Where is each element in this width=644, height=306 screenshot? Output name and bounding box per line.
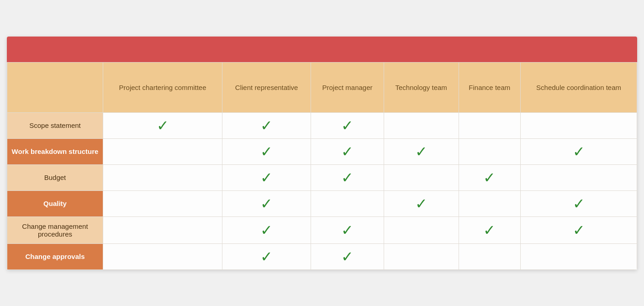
- matrix-cell: [103, 164, 222, 190]
- table-row: Change approvals✓✓: [7, 243, 637, 269]
- matrix-cell: [103, 243, 222, 269]
- checkmark-icon: ✓: [573, 195, 585, 212]
- matrix-cell: ✓: [103, 112, 222, 138]
- checkmark-icon: ✓: [260, 117, 273, 134]
- checkmark-icon: ✓: [573, 222, 585, 238]
- matrix-cell: [103, 190, 222, 216]
- matrix-cell: ✓: [384, 190, 459, 216]
- header-empty-col: [7, 62, 103, 112]
- table-row: Work breakdown structure✓✓✓✓: [7, 138, 637, 164]
- checkmark-icon: ✓: [415, 143, 428, 160]
- checkmark-icon: ✓: [341, 143, 354, 160]
- matrix-cell: [384, 216, 459, 243]
- matrix-cell: [521, 243, 637, 269]
- table-row: Change management procedures✓✓✓✓: [7, 216, 637, 243]
- matrix-cell: ✓: [521, 138, 637, 164]
- matrix-cell: [459, 190, 520, 216]
- matrix-cell: ✓: [222, 243, 311, 269]
- row-label: Change management procedures: [7, 216, 103, 243]
- header-row: Project chartering committee Client repr…: [7, 62, 637, 112]
- checkmark-icon: ✓: [415, 195, 428, 212]
- checkmark-icon: ✓: [341, 248, 354, 265]
- row-label: Work breakdown structure: [7, 138, 103, 164]
- matrix-cell: [103, 216, 222, 243]
- matrix-cell: ✓: [459, 216, 520, 243]
- row-label: Change approvals: [7, 243, 103, 269]
- matrix-cell: ✓: [222, 112, 311, 138]
- matrix-cell: ✓: [311, 216, 384, 243]
- matrix-title: [7, 37, 637, 62]
- checkmark-icon: ✓: [341, 117, 354, 134]
- checkmark-icon: ✓: [157, 117, 169, 134]
- matrix-cell: [384, 112, 459, 138]
- matrix-cell: [103, 138, 222, 164]
- table-row: Scope statement✓✓✓: [7, 112, 637, 138]
- checkmark-icon: ✓: [260, 248, 273, 265]
- checkmark-icon: ✓: [341, 169, 354, 186]
- matrix-cell: ✓: [384, 138, 459, 164]
- header-col-schedule-coord: Schedule coordination team: [521, 62, 637, 112]
- matrix-cell: ✓: [311, 164, 384, 190]
- matrix-cell: ✓: [222, 216, 311, 243]
- matrix-cell: ✓: [311, 138, 384, 164]
- responsibility-matrix: Project chartering committee Client repr…: [7, 37, 637, 270]
- table-row: Budget✓✓✓: [7, 164, 637, 190]
- header-col-project-chartering: Project chartering committee: [103, 62, 222, 112]
- matrix-cell: [311, 190, 384, 216]
- matrix-cell: ✓: [222, 138, 311, 164]
- matrix-cell: [521, 164, 637, 190]
- matrix-cell: [384, 243, 459, 269]
- matrix-cell: [459, 138, 520, 164]
- matrix-cell: ✓: [311, 112, 384, 138]
- checkmark-icon: ✓: [260, 195, 273, 212]
- matrix-cell: ✓: [521, 216, 637, 243]
- matrix-cell: ✓: [222, 164, 311, 190]
- checkmark-icon: ✓: [260, 143, 273, 160]
- matrix-cell: ✓: [222, 190, 311, 216]
- checkmark-icon: ✓: [483, 169, 496, 186]
- matrix-body: Scope statement✓✓✓Work breakdown structu…: [7, 112, 637, 269]
- checkmark-icon: ✓: [573, 143, 585, 160]
- checkmark-icon: ✓: [483, 222, 496, 238]
- header-col-client-rep: Client representative: [222, 62, 311, 112]
- row-label: Quality: [7, 190, 103, 216]
- checkmark-icon: ✓: [260, 222, 273, 238]
- matrix-cell: [459, 112, 520, 138]
- checkmark-icon: ✓: [341, 222, 354, 238]
- matrix-cell: ✓: [311, 243, 384, 269]
- matrix-cell: [384, 164, 459, 190]
- matrix-table: Project chartering committee Client repr…: [7, 62, 637, 270]
- matrix-cell: [459, 243, 520, 269]
- checkmark-icon: ✓: [260, 169, 273, 186]
- matrix-cell: ✓: [459, 164, 520, 190]
- row-label: Budget: [7, 164, 103, 190]
- row-label: Scope statement: [7, 112, 103, 138]
- matrix-cell: [521, 112, 637, 138]
- matrix-cell: ✓: [521, 190, 637, 216]
- header-col-finance-team: Finance team: [459, 62, 520, 112]
- header-col-project-manager: Project manager: [311, 62, 384, 112]
- table-row: Quality✓✓✓: [7, 190, 637, 216]
- header-col-technology-team: Technology team: [384, 62, 459, 112]
